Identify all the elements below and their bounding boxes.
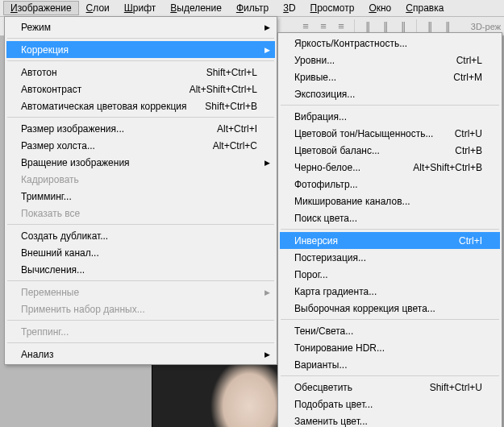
menu-item[interactable]: Уровни...Ctrl+L xyxy=(280,52,500,68)
menu-item-label: Карта градиента... xyxy=(294,286,482,297)
menu-item-label: Вращение изображения xyxy=(21,157,257,168)
menu-item: Показать все xyxy=(6,205,275,222)
distribute-icon[interactable]: ‖ xyxy=(360,19,375,34)
menu-item[interactable]: Фотофильтр... xyxy=(280,176,500,193)
menubar-item[interactable]: Изображение xyxy=(3,1,79,15)
menu-item[interactable]: ОбесцветитьShift+Ctrl+U xyxy=(280,379,500,396)
distribute-icon[interactable]: ‖ xyxy=(378,19,393,34)
menu-separator xyxy=(7,38,274,39)
menu-separator xyxy=(7,280,274,281)
menu-item-label: Треппинг... xyxy=(21,326,257,338)
menubar-item[interactable]: 3D xyxy=(276,1,302,15)
menu-item-label: Тримминг... xyxy=(21,191,257,202)
menu-item-label: Экспозиция... xyxy=(294,89,482,100)
menu-separator xyxy=(7,320,274,321)
menubar-item[interactable]: Фильтр xyxy=(229,1,276,15)
menu-item[interactable]: Тени/Света... xyxy=(280,322,500,339)
menu-item-shortcut: Ctrl+L xyxy=(456,55,482,66)
menu-item-label: Внешний канал... xyxy=(21,247,257,259)
menu-separator xyxy=(281,375,499,376)
menu-item-label: Кривые... xyxy=(294,72,437,83)
menu-item[interactable]: Автоматическая цветовая коррекцияShift+C… xyxy=(6,97,275,114)
menubar-item[interactable]: Просмотр xyxy=(303,1,362,15)
menu-item[interactable]: Подобрать цвет... xyxy=(280,396,500,412)
menu-item-label: Кадрировать xyxy=(21,174,257,185)
menubar-item[interactable]: Выделение xyxy=(163,1,229,15)
menu-item-label: Инверсия xyxy=(294,235,443,247)
menubar-item[interactable]: Справка xyxy=(398,1,451,15)
menubar-item[interactable]: Окно xyxy=(361,1,398,15)
menu-item[interactable]: Коррекция▶ xyxy=(6,41,275,58)
menu-item[interactable]: Заменить цвет... xyxy=(280,412,500,427)
menu-separator xyxy=(7,224,274,225)
menu-item[interactable]: Яркость/Контрастность... xyxy=(280,35,500,52)
menu-item-label: Уровни... xyxy=(294,55,440,66)
menu-item-shortcut: Ctrl+M xyxy=(453,72,482,83)
menu-item[interactable]: Режим▶ xyxy=(6,19,275,35)
menu-item: Треппинг... xyxy=(6,323,275,340)
menu-item-label: Цветовой баланс... xyxy=(294,145,439,156)
menu-item[interactable]: Вибрация... xyxy=(280,108,500,125)
menu-item[interactable]: ИнверсияCtrl+I xyxy=(280,232,500,249)
menu-item-label: Показать все xyxy=(21,208,257,219)
menubar-item[interactable]: Слои xyxy=(79,1,117,15)
menu-item-label: Подобрать цвет... xyxy=(294,399,482,410)
menu-item-shortcut: Ctrl+I xyxy=(459,235,482,247)
menu-item[interactable]: Поиск цвета... xyxy=(280,209,500,226)
menu-item[interactable]: Выборочная коррекция цвета... xyxy=(280,300,500,317)
menu-separator xyxy=(281,319,499,320)
mode-label[interactable]: 3D-реж xyxy=(471,22,501,31)
menu-item-label: Постеризация... xyxy=(294,252,482,263)
menu-item[interactable]: Порог... xyxy=(280,266,500,283)
menu-separator xyxy=(7,117,274,118)
chevron-right-icon: ▶ xyxy=(264,159,270,167)
menu-item[interactable]: Микширование каналов... xyxy=(280,193,500,209)
menu-item-shortcut: Alt+Ctrl+I xyxy=(217,123,257,135)
menu-item-shortcut: Alt+Ctrl+C xyxy=(213,140,257,151)
menu-item[interactable]: Тримминг... xyxy=(6,188,275,205)
menu-item[interactable]: Экспозиция... xyxy=(280,85,500,102)
menubar-item[interactable]: Шрифт xyxy=(117,1,163,15)
adjustments-submenu: Яркость/Контрастность...Уровни...Ctrl+LК… xyxy=(277,32,502,427)
menu-item-shortcut: Alt+Shift+Ctrl+B xyxy=(413,162,482,173)
menu-item-label: Тонирование HDR... xyxy=(294,342,482,354)
menu-item[interactable]: Внешний канал... xyxy=(6,244,275,261)
menu-item[interactable]: Размер холста...Alt+Ctrl+C xyxy=(6,137,275,154)
menu-item[interactable]: АвтотонShift+Ctrl+L xyxy=(6,64,275,81)
menu-item-label: Размер изображения... xyxy=(21,123,201,135)
menu-item-label: Создать дубликат... xyxy=(21,230,257,242)
menu-item[interactable]: Цветовой баланс...Ctrl+B xyxy=(280,142,500,159)
menu-item[interactable]: Карта градиента... xyxy=(280,283,500,300)
align-icon[interactable]: ≡ xyxy=(316,19,331,34)
menu-item-shortcut: Ctrl+U xyxy=(455,128,482,139)
separator xyxy=(416,19,417,34)
menu-item[interactable]: Вращение изображения▶ xyxy=(6,154,275,171)
menu-item-label: Автоконтраст xyxy=(21,84,173,95)
chevron-right-icon: ▶ xyxy=(264,46,270,54)
menu-item[interactable]: Цветовой тон/Насыщенность...Ctrl+U xyxy=(280,125,500,142)
menu-item[interactable]: Тонирование HDR... xyxy=(280,339,500,356)
menu-item[interactable]: Размер изображения...Alt+Ctrl+I xyxy=(6,120,275,137)
menu-item[interactable]: Варианты... xyxy=(280,356,500,373)
align-icon[interactable]: ≡ xyxy=(334,19,348,34)
distribute-icon[interactable]: ‖ xyxy=(396,19,410,34)
menu-item-shortcut: Shift+Ctrl+B xyxy=(205,101,257,112)
menu-item: Кадрировать xyxy=(6,171,275,188)
distribute-icon[interactable]: ‖ xyxy=(440,19,455,34)
chevron-right-icon: ▶ xyxy=(264,23,270,31)
menu-item-label: Тени/Света... xyxy=(294,325,482,337)
image-menu-dropdown: Режим▶Коррекция▶АвтотонShift+Ctrl+LАвток… xyxy=(4,16,277,365)
menu-item-label: Режим xyxy=(21,22,257,33)
menu-item-label: Яркость/Контрастность... xyxy=(294,38,482,49)
menu-item[interactable]: Создать дубликат... xyxy=(6,227,275,244)
distribute-icon[interactable]: ‖ xyxy=(423,19,437,34)
menu-item-label: Микширование каналов... xyxy=(294,196,482,207)
menu-item[interactable]: Анализ▶ xyxy=(6,346,275,363)
menu-item[interactable]: Вычисления... xyxy=(6,261,275,278)
menu-item[interactable]: Кривые...Ctrl+M xyxy=(280,68,500,85)
menu-item: Переменные▶ xyxy=(6,284,275,301)
menu-item[interactable]: АвтоконтрастAlt+Shift+Ctrl+L xyxy=(6,81,275,97)
menu-item[interactable]: Постеризация... xyxy=(280,249,500,266)
menu-item[interactable]: Черно-белое...Alt+Shift+Ctrl+B xyxy=(280,159,500,176)
align-icon[interactable]: ≡ xyxy=(298,19,313,34)
